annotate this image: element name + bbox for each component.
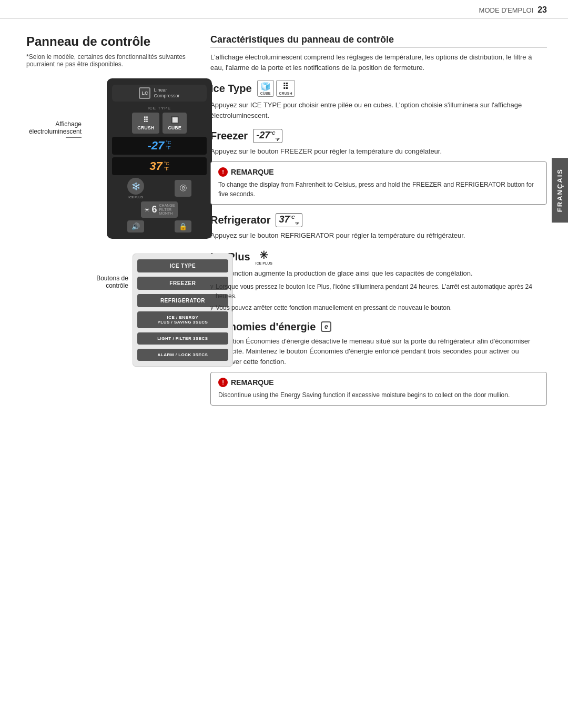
ice-plus-heading: Ice Plus ✳ ICE PLUS [210, 249, 547, 265]
economies-text: La fonction Économies d'énergie désactiv… [210, 336, 547, 367]
ice-type-text: Appuyez sur ICE TYPE pour choisir entre … [210, 100, 547, 120]
filter-row: ☀ 6 CHANGE FILTER MONTH [112, 201, 207, 218]
ice-plus-section: Ice Plus ✳ ICE PLUS Cette fonction augme… [210, 249, 547, 312]
remarque-text-2: Discontinue using the Energy Saving func… [218, 390, 539, 400]
right-column: Caractéristiques du panneau de contrôle … [210, 34, 547, 414]
ice-plus-bullet-1: Lorsque vous pressez le bouton Ice Plus,… [210, 282, 547, 301]
lock-btn[interactable]: 🔒 [175, 220, 191, 232]
freezer-temp-display: -27 °C °F [112, 137, 207, 155]
remarque-icon-1: ! [218, 167, 228, 177]
ice-plus-bullet-2: Vous pouvez arrêter cette fonction manue… [210, 303, 547, 312]
sun-icon: ☀ [144, 206, 150, 214]
economies-heading: Économies d'énergie e [210, 321, 547, 333]
ice-type-section: Ice Type 🧊 CUBE ⠿ CRUSH Appuyez sur ICE … [210, 80, 547, 120]
section-title: Caractéristiques du panneau de contrôle [210, 34, 547, 48]
ice-buttons: ⠿ CRUSH 🔲 CUBE [112, 113, 207, 134]
refrigerator-section: Refrigerator 37°C°F Appuyez sur le bouto… [210, 213, 547, 240]
fridge-temp-unit: °C°F [164, 161, 169, 171]
cube-icon: 🔲 [170, 116, 179, 124]
affichage-label: Affichage électroluminescent [37, 78, 82, 138]
fridge-temp-value: 37 [149, 159, 162, 173]
alarm-lock-button[interactable]: ALARM / LOCK 3SECS [137, 349, 228, 361]
ice-plus-display-btn[interactable]: ❄️ [127, 178, 144, 195]
filter-sub-label: CHANGE FILTER MONTH [159, 204, 175, 216]
freezer-temp-unit: °C °F [166, 140, 171, 151]
crush-display-icon: ⠿ [282, 82, 289, 92]
refrigerator-heading: Refrigerator 37°C°F [210, 213, 547, 227]
freezer-section: Freezer -27°C°F Appuyez sur le bouton FR… [210, 129, 547, 205]
alarm-row: 🔊 🔒 [112, 220, 207, 232]
refrigerator-temp-icon: 37°C°F [276, 213, 302, 227]
freezer-temp-value: -27 [148, 139, 165, 153]
ice-type-heading: Ice Type 🧊 CUBE ⠿ CRUSH [210, 80, 547, 97]
economies-section: Économies d'énergie e La fonction Économ… [210, 321, 547, 406]
filter-display-btn[interactable]: ☀ 6 CHANGE FILTER MONTH [141, 201, 178, 218]
ice-type-label: ICE TYPE [112, 106, 207, 110]
display-panel: LC Linear Compressor ICE TYPE [107, 78, 212, 239]
ice-type-icons: 🧊 CUBE ⠿ CRUSH [257, 80, 296, 97]
ice-energy-button[interactable]: ICE / ENERGY PLUS / SAVING 3SECS [137, 311, 228, 328]
crush-icon-box: ⠿ CRUSH [276, 80, 296, 97]
sound-btn[interactable]: 🔊 [127, 220, 144, 232]
main-content: Panneau de contrôle *Selon le modèle, ce… [0, 18, 568, 430]
panel-wrapper: Affichage électroluminescent LC [26, 78, 195, 367]
left-column: Panneau de contrôle *Selon le modèle, ce… [26, 34, 195, 414]
intro-text: L'affichage électroluminescent comprend … [210, 52, 547, 73]
remarque-header-1: ! REMARQUE [218, 167, 539, 177]
page-subtitle: *Selon le modèle, certaines des fonction… [26, 53, 195, 68]
freezer-heading: Freezer -27°C°F [210, 129, 547, 143]
filter-number: 6 [152, 204, 157, 215]
page-number: 23 [537, 5, 547, 15]
energy-icon: e [321, 321, 331, 332]
page-title: Panneau de contrôle [26, 34, 195, 49]
crush-icon: ⠿ [143, 116, 148, 124]
compressor-text: Linear Compressor [154, 87, 179, 99]
remarque-box-1: ! REMARQUE To change the display from Fa… [210, 161, 547, 205]
freezer-temp-icon: -27°C°F [253, 129, 282, 143]
ice-plus-text: Cette fonction augmente la production de… [210, 268, 547, 279]
light-filter-button[interactable]: LIGHT / FILTER 3SECS [137, 332, 228, 345]
ice-plus-icon-box: ✳ ICE PLUS [256, 249, 272, 265]
ice-plus-sub-label: ICE PLUS [128, 196, 143, 199]
remarque-header-2: ! REMARQUE [218, 378, 539, 387]
cube-button[interactable]: 🔲 CUBE [163, 113, 187, 134]
remarque-text-1: To change the display from Fahrenheit to… [218, 180, 539, 199]
freezer-text: Appuyez sur le bouton FREEZER pour régle… [210, 146, 547, 157]
side-tab-francais: FRANÇAIS [552, 158, 568, 223]
refrigerator-text: Appuyez sur le bouton REFRIGERATOR pour … [210, 230, 547, 241]
cube-display-icon: 🧊 [260, 82, 271, 92]
remarque-box-2: ! REMARQUE Discontinue using the Energy … [210, 372, 547, 406]
ice-plus-star-icon: ✳ [259, 249, 268, 261]
crush-button[interactable]: ⠿ CRUSH [132, 113, 159, 134]
middle-buttons-row: ❄️ ICE PLUS ⓔ [112, 178, 207, 199]
lc-logo: LC [139, 87, 150, 99]
cube-icon-box: 🧊 CUBE [257, 80, 274, 97]
top-bar: MODE D'EMPLOI 23 [0, 0, 568, 18]
ice-type-button[interactable]: ICE TYPE [137, 259, 228, 272]
mode-label: MODE D'EMPLOI [479, 6, 534, 14]
panel-header: LC Linear Compressor [112, 85, 207, 102]
remarque-icon-2: ! [218, 378, 228, 387]
energy-display-btn[interactable]: ⓔ [175, 180, 191, 197]
fridge-temp-display: 37 °C°F [112, 157, 207, 175]
boutons-label: Boutons de contrôle [86, 243, 128, 289]
